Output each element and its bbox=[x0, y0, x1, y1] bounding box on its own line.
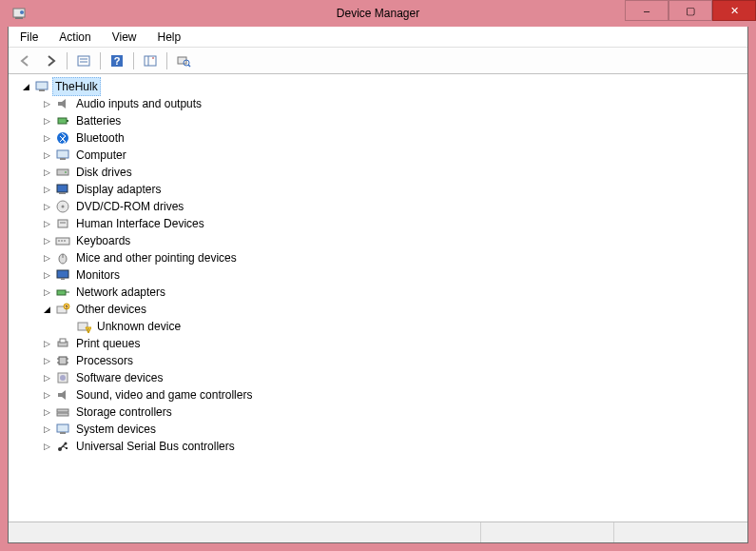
arrow-right-icon bbox=[43, 53, 58, 69]
help-button[interactable]: ? bbox=[106, 49, 128, 72]
expand-arrow-icon[interactable]: ▷ bbox=[41, 355, 52, 366]
category-processors[interactable]: ▷ Processors bbox=[41, 352, 747, 369]
menu-file[interactable]: File bbox=[16, 29, 42, 46]
scan-hardware-button[interactable] bbox=[172, 49, 195, 72]
expand-arrow-icon[interactable]: ◢ bbox=[20, 81, 31, 92]
toolbar-separator bbox=[166, 52, 167, 69]
show-hide-console-button[interactable] bbox=[72, 49, 95, 72]
category-label[interactable]: Bluetooth bbox=[73, 129, 127, 147]
category-print-queues[interactable]: ▷ Print queues bbox=[41, 335, 747, 352]
category-label[interactable]: Sound, video and game controllers bbox=[73, 386, 255, 403]
expand-arrow-icon[interactable]: ▷ bbox=[41, 115, 52, 127]
forward-button[interactable] bbox=[39, 49, 62, 72]
expand-arrow-icon[interactable]: ▷ bbox=[41, 441, 52, 452]
menu-action[interactable]: Action bbox=[55, 29, 94, 46]
network-adapters-icon bbox=[54, 285, 71, 300]
category-label[interactable]: Monitors bbox=[73, 266, 123, 284]
category-system-devices[interactable]: ▷ System devices bbox=[41, 421, 747, 438]
category-audio-inputs-and-outputs[interactable]: ▷ Audio inputs and outputs bbox=[41, 95, 747, 112]
category-label[interactable]: Universal Serial Bus controllers bbox=[73, 438, 238, 455]
print-queues-icon bbox=[54, 336, 71, 351]
status-bar bbox=[9, 521, 747, 542]
menu-help[interactable]: Help bbox=[154, 29, 185, 46]
expand-arrow-icon[interactable]: ▷ bbox=[41, 149, 52, 161]
category-label[interactable]: System devices bbox=[73, 421, 159, 438]
svg-rect-16 bbox=[58, 102, 62, 106]
category-bluetooth[interactable]: ▷ Bluetooth bbox=[41, 129, 747, 147]
svg-point-27 bbox=[62, 206, 65, 208]
category-batteries[interactable]: ▷ Batteries bbox=[41, 112, 747, 129]
category-label[interactable]: Print queues bbox=[73, 335, 143, 352]
category-label[interactable]: Mice and other pointing devices bbox=[73, 249, 240, 266]
category-monitors[interactable]: ▷ Monitors bbox=[41, 266, 747, 284]
expand-arrow-icon[interactable]: ▷ bbox=[41, 167, 52, 178]
svg-point-54 bbox=[60, 375, 66, 381]
category-mice-and-other-pointing-devices[interactable]: ▷ Mice and other pointing devices bbox=[41, 249, 747, 266]
category-label[interactable]: Human Interface Devices bbox=[73, 215, 207, 232]
category-dvd-cd-rom-drives[interactable]: ▷ DVD/CD-ROM drives bbox=[41, 198, 747, 215]
other-devices-label[interactable]: Other devices bbox=[73, 301, 149, 318]
category-sound-video-and-game-controllers[interactable]: ▷ Sound, video and game controllers bbox=[41, 386, 747, 403]
expand-arrow-icon[interactable]: ▷ bbox=[41, 269, 52, 281]
category-label[interactable]: Audio inputs and outputs bbox=[73, 95, 204, 112]
svg-rect-37 bbox=[61, 278, 65, 280]
category-label[interactable]: Software devices bbox=[73, 369, 165, 386]
expand-arrow-icon[interactable]: ▷ bbox=[41, 235, 52, 246]
root-label[interactable]: TheHulk bbox=[52, 77, 101, 96]
expand-arrow-icon[interactable]: ▷ bbox=[41, 338, 52, 349]
category-label[interactable]: Disk drives bbox=[73, 164, 135, 181]
menu-view[interactable]: View bbox=[108, 29, 141, 46]
expand-arrow-icon[interactable]: ▷ bbox=[41, 423, 52, 435]
close-button[interactable]: ✕ bbox=[712, 0, 756, 21]
category-label[interactable]: Batteries bbox=[73, 112, 124, 129]
expand-arrow-icon[interactable]: ▷ bbox=[41, 372, 52, 384]
title-bar: Device Manager – ▢ ✕ bbox=[8, 0, 748, 27]
category-label[interactable]: Storage controllers bbox=[73, 403, 175, 421]
maximize-button[interactable]: ▢ bbox=[669, 0, 712, 21]
category-disk-drives[interactable]: ▷ Disk drives bbox=[41, 164, 747, 181]
expand-arrow-icon bbox=[62, 321, 73, 332]
category-display-adapters[interactable]: ▷ Display adapters bbox=[41, 181, 747, 198]
unknown-device-node[interactable]: ! Unknown device bbox=[62, 318, 747, 335]
category-computer[interactable]: ▷ Computer bbox=[41, 147, 747, 164]
category-keyboards[interactable]: ▷ Keyboards bbox=[41, 232, 747, 249]
svg-rect-47 bbox=[60, 339, 66, 343]
expand-arrow-icon[interactable]: ▷ bbox=[41, 201, 52, 212]
expand-arrow-icon[interactable]: ▷ bbox=[41, 406, 52, 418]
expand-arrow-icon[interactable]: ▷ bbox=[41, 218, 52, 229]
svg-rect-38 bbox=[57, 290, 66, 295]
expand-arrow-icon[interactable]: ▷ bbox=[41, 286, 52, 298]
audio-inputs-and-outputs-icon bbox=[54, 96, 71, 111]
category-software-devices[interactable]: ▷ Software devices bbox=[41, 369, 747, 386]
category-human-interface-devices[interactable]: ▷ Human Interface Devices bbox=[41, 215, 747, 232]
expand-arrow-icon[interactable]: ▷ bbox=[41, 184, 52, 195]
other-devices-node[interactable]: ◢ ? Other devices ! bbox=[41, 301, 747, 335]
category-storage-controllers[interactable]: ▷ Storage controllers bbox=[41, 403, 747, 421]
unknown-device-label[interactable]: Unknown device bbox=[94, 318, 184, 335]
expand-arrow-icon[interactable]: ◢ bbox=[41, 304, 52, 315]
svg-rect-22 bbox=[57, 169, 68, 175]
svg-line-13 bbox=[188, 65, 190, 67]
root-node[interactable]: ◢ TheHulk bbox=[20, 78, 747, 95]
minimize-button[interactable]: – bbox=[625, 0, 669, 21]
svg-rect-15 bbox=[39, 89, 45, 91]
display-adapters-icon bbox=[54, 182, 71, 197]
category-label[interactable]: Computer bbox=[73, 147, 129, 164]
device-tree[interactable]: ◢ TheHulk ▷ Audio inputs and outputs ▷ B… bbox=[9, 74, 747, 521]
toolbar-separator bbox=[133, 52, 134, 69]
properties-button[interactable] bbox=[139, 49, 162, 72]
category-network-adapters[interactable]: ▷ Network adapters bbox=[41, 284, 747, 301]
back-button[interactable] bbox=[14, 49, 37, 72]
expand-arrow-icon[interactable]: ▷ bbox=[41, 98, 52, 109]
category-label[interactable]: Keyboards bbox=[73, 232, 133, 249]
expand-arrow-icon[interactable]: ▷ bbox=[41, 389, 52, 401]
category-label[interactable]: Network adapters bbox=[73, 284, 168, 301]
category-universal-serial-bus-controllers[interactable]: ▷ Universal Serial Bus controllers bbox=[41, 438, 747, 455]
expand-arrow-icon[interactable]: ▷ bbox=[41, 252, 52, 264]
expand-arrow-icon[interactable]: ▷ bbox=[41, 132, 52, 144]
minimize-glyph: – bbox=[644, 6, 649, 16]
category-label[interactable]: DVD/CD-ROM drives bbox=[73, 198, 186, 215]
toolbar-separator bbox=[67, 52, 68, 69]
category-label[interactable]: Display adapters bbox=[73, 181, 164, 198]
category-label[interactable]: Processors bbox=[73, 352, 136, 369]
